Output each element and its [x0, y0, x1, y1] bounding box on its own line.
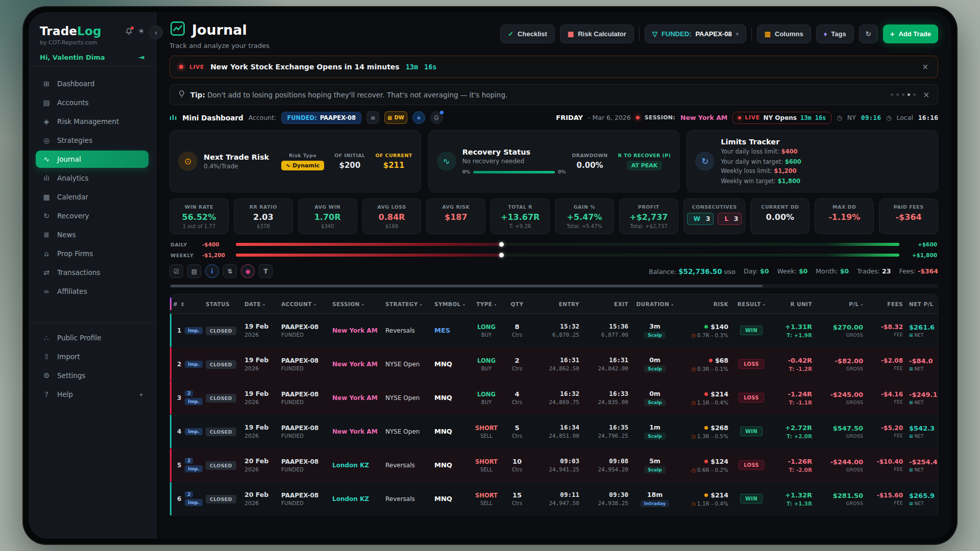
trade-row[interactable]: 1 Imp. CLOSED 19 Feb2026 PAAPEX-08FUNDED… [170, 314, 938, 347]
sidebar-item-label: Help [57, 390, 73, 398]
toolbar-icon[interactable]: ◉ [241, 264, 255, 278]
tip-dot[interactable] [896, 93, 899, 96]
toolbar-icon[interactable]: ⇅ [223, 264, 237, 278]
sidebar-item[interactable]: ▦ Calendar [36, 188, 149, 206]
result-badge: LOSS [739, 359, 764, 369]
toolbar-icon[interactable]: T [259, 264, 273, 278]
tip-dot[interactable] [902, 93, 904, 96]
nav-icon: ◎ [42, 136, 51, 144]
result-badge: LOSS [739, 460, 764, 470]
columns-button[interactable]: ▥Columns [757, 24, 811, 43]
sidebar-footer-item[interactable]: ? Help ▾ [36, 386, 149, 403]
stat-sub: T: +9.2R [494, 223, 546, 229]
net-icon: ⊞ [909, 501, 913, 506]
trade-row[interactable]: 2 Imp. CLOSED 19 Feb2026 PAAPEX-08FUNDED… [170, 347, 938, 381]
gross-pl: $547.50 [833, 424, 863, 432]
refresh-button[interactable]: ↻ [859, 24, 878, 43]
column-header[interactable]: EXIT [582, 301, 631, 307]
sidebar-item[interactable]: ◈ Risk Management [36, 113, 149, 130]
of-current-value: $211 [383, 161, 405, 170]
column-header[interactable]: #⇕ [170, 301, 203, 307]
sidebar-item[interactable]: ∿ Journal [36, 151, 149, 168]
daily-weekly-toggle[interactable]: ▦DW [384, 111, 407, 124]
entry-time: 09:11 [560, 491, 579, 498]
stat-card: TOTAL R +13.67R T: +9.2R [491, 198, 550, 234]
session-name: New York AM [332, 428, 378, 435]
stat-value: +$2,737 [623, 212, 675, 222]
sidebar-item[interactable]: ılı Analytics [36, 169, 149, 187]
column-header[interactable]: SYMBOL▾ [431, 301, 470, 307]
risk-calculator-button[interactable]: ▦Risk Calculator [560, 24, 634, 43]
main-content: Journal Track and analyze your trades ✓C… [156, 12, 951, 539]
snowflake-icon[interactable]: ∗ [412, 111, 425, 124]
account-filter-dropdown[interactable]: ▽ FUNDED: PAAPEX-08 ▾ [645, 24, 746, 43]
tag-icon: ♦ [824, 30, 827, 38]
column-header[interactable]: DATE▾ [241, 301, 278, 307]
account-badge[interactable]: FUNDED:PAAPEX-08 [281, 112, 361, 124]
week-pl: $0 [799, 267, 807, 275]
notifications-bell-icon[interactable] [125, 28, 133, 35]
sidebar-footer-item[interactable]: ∴ Public Profile [36, 329, 149, 346]
trade-row[interactable]: 6 2 Imp. CLOSED 20 Feb2026 PAAPEX-08FUND… [170, 482, 938, 516]
sidebar-footer-item[interactable]: ⚙ Settings [36, 367, 149, 384]
sidebar-item[interactable]: ⊞ Dashboard [36, 75, 149, 92]
toolbar-icon[interactable]: ▤ [187, 264, 201, 278]
column-header[interactable]: QTY [503, 301, 531, 307]
column-header[interactable]: FEES [866, 301, 906, 307]
sidebar-item-label: Prop Firms [57, 249, 93, 258]
duration: 0m [649, 390, 660, 397]
toolbar-icon[interactable]: ☑ [169, 264, 183, 278]
column-header[interactable]: ENTRY [531, 301, 582, 307]
column-header[interactable]: ACCOUNT▾ [278, 301, 329, 307]
row-number: 2 [177, 361, 181, 368]
toolbar-icon[interactable]: i [205, 264, 219, 278]
stat-card: MAX DD -1.19% [815, 198, 874, 234]
column-header[interactable]: RISK [678, 301, 731, 307]
column-header[interactable]: STRATEGY▾ [382, 301, 431, 307]
column-header[interactable]: TYPE▾ [470, 301, 503, 307]
stat-sub: Total: +$2,737 [623, 223, 675, 229]
layers-icon[interactable]: ≡ [366, 111, 379, 124]
trade-row[interactable]: 3 2 Imp. CLOSED 19 Feb2026 PAAPEX-08FUND… [170, 381, 938, 415]
column-header[interactable]: RESULT▾ [731, 301, 771, 307]
status-badge: CLOSED [206, 360, 236, 369]
tip-dot[interactable] [908, 93, 910, 96]
exit-price: 24,938.25 [585, 500, 628, 507]
scrollbar-thumb[interactable] [170, 285, 763, 287]
column-header[interactable]: R UNIT [771, 301, 815, 307]
column-header[interactable]: STATUS [203, 301, 241, 307]
symbol: MES [434, 327, 450, 334]
sidebar-item[interactable]: ⌂ Prop Firms [36, 245, 149, 262]
tip-dot[interactable] [913, 93, 916, 96]
month-pl: $0 [840, 267, 849, 275]
close-icon[interactable]: × [923, 90, 929, 99]
sidebar-item[interactable]: ◎ Strategies [36, 132, 149, 149]
close-icon[interactable]: × [922, 62, 928, 71]
calendar-icon: ▦ [387, 115, 392, 120]
sidebar-collapse-button[interactable]: ‹ [149, 26, 163, 39]
add-trade-button[interactable]: +Add Trade [883, 24, 938, 43]
sidebar-footer-item[interactable]: ⇧ Import [36, 348, 149, 365]
sidebar-item[interactable]: ▤ Accounts [36, 94, 149, 111]
logout-icon[interactable]: ⇥ [138, 53, 144, 61]
sidebar-item[interactable]: ≣ News [36, 226, 149, 243]
tags-button[interactable]: ♦Tags [816, 24, 854, 43]
bar-position-dot [499, 242, 504, 247]
trade-row[interactable]: 5 2 Imp. CLOSED 20 Feb2026 PAAPEX-08FUND… [170, 448, 938, 482]
column-header[interactable]: NET P/L [906, 301, 938, 307]
column-header[interactable]: DURATION▾ [631, 301, 678, 307]
trade-date: 19 Feb [244, 423, 268, 431]
quantity: 5 [514, 424, 519, 432]
trade-row[interactable]: 4 Imp. CLOSED 19 Feb2026 PAAPEX-08FUNDED… [170, 415, 938, 448]
tip-dot[interactable] [891, 93, 893, 96]
gross-pl: $270.00 [833, 323, 863, 331]
sidebar-item[interactable]: ↻ Recovery [36, 207, 149, 224]
theme-toggle-icon[interactable]: ☀ [138, 27, 144, 35]
risk-type-badge[interactable]: ∿ Dynamic [281, 161, 324, 170]
column-header[interactable]: SESSION▾ [329, 301, 382, 307]
sidebar-item[interactable]: ∞ Affiliates [36, 283, 149, 300]
sidebar-item[interactable]: ⇄ Transactions [36, 264, 149, 281]
column-header[interactable]: P/L▾ [815, 301, 866, 307]
alerts-bell-icon[interactable] [430, 111, 443, 124]
checklist-button[interactable]: ✓Checklist [500, 24, 555, 43]
